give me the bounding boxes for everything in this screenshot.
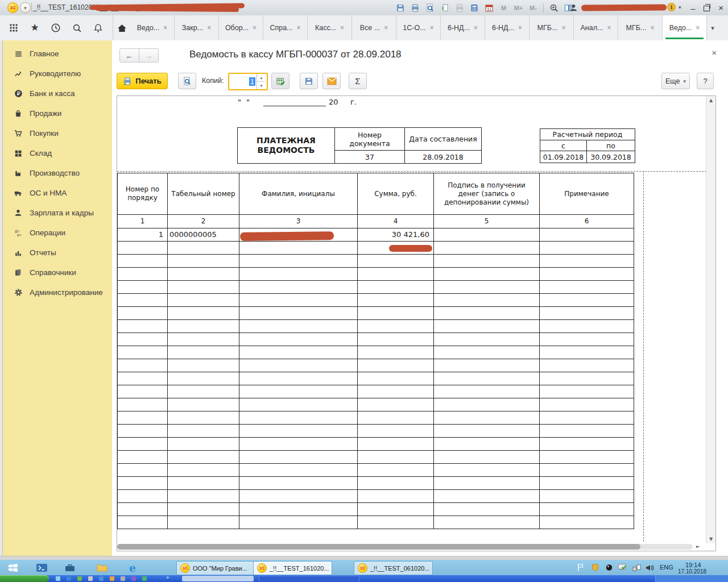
close-icon[interactable]: ×	[340, 24, 344, 32]
uac-shield-icon[interactable]	[590, 563, 600, 572]
sum-button[interactable]: Σ	[349, 73, 367, 89]
period-to-label-cell[interactable]: по	[587, 140, 635, 151]
info-button[interactable]: i ▾	[667, 2, 681, 12]
print-disabled-icon[interactable]	[454, 3, 464, 13]
note-cell[interactable]	[540, 228, 634, 242]
calculator-icon[interactable]	[469, 3, 479, 13]
step-up-button[interactable]: ▲	[257, 74, 266, 82]
preview-button[interactable]	[178, 73, 196, 89]
close-icon[interactable]: ×	[650, 24, 654, 32]
sidebar-item-spravochniki[interactable]: Справочники	[0, 263, 112, 282]
sidebar-item-pokupki[interactable]: Покупки	[0, 123, 112, 143]
quicklaunch-icon[interactable]	[77, 576, 82, 581]
back-button[interactable]: ←	[119, 48, 139, 63]
memory-m-minus-button[interactable]: M-	[528, 3, 538, 13]
network-icon[interactable]	[631, 563, 642, 572]
spreadsheet-area[interactable]: " " 20 г. ПЛАТЕЖНАЯ ВЕДОМОСТЬ Номер доку…	[117, 95, 716, 551]
horizontal-scrollbar[interactable]: ►	[117, 543, 706, 551]
period-to-cell[interactable]: 30.09.2018	[587, 151, 635, 163]
sheet-title-cell[interactable]: ПЛАТЕЖНАЯ ВЕДОМОСТЬ	[238, 128, 335, 164]
tab-zakrytie[interactable]: Закр...×	[175, 15, 219, 40]
quicklaunch-icon[interactable]	[110, 576, 114, 581]
print-button[interactable]: Печать	[117, 73, 168, 89]
doc-number-cell[interactable]: 37	[335, 151, 405, 164]
memory-m-button[interactable]: M	[499, 3, 508, 13]
action-center-flag-icon[interactable]	[576, 563, 586, 572]
clock-time[interactable]: 19:14	[685, 562, 701, 568]
tab-1c-o[interactable]: 1С-О...×	[396, 15, 441, 40]
close-icon[interactable]: ×	[297, 24, 301, 32]
language-indicator[interactable]: ENG	[660, 564, 673, 571]
sidebar-item-zarplata-i-kadry[interactable]: Зарплата и кадры	[0, 203, 112, 223]
close-icon[interactable]: ×	[163, 24, 167, 32]
period-from-label-cell[interactable]: с	[540, 140, 587, 151]
close-icon[interactable]: ×	[207, 24, 211, 32]
tab-6ndfl-2[interactable]: 6-НД...×	[485, 15, 530, 40]
tab-analiz[interactable]: Анал...×	[574, 15, 618, 40]
clock-date[interactable]: 17.10.2018	[678, 568, 706, 575]
history-icon[interactable]	[50, 22, 61, 34]
xp-start-button[interactable]	[0, 575, 49, 582]
scroll-down-arrow[interactable]: ▼	[706, 537, 715, 542]
col-amount-header[interactable]: Сумма, руб.	[358, 173, 434, 215]
send-email-button[interactable]	[322, 73, 341, 89]
home-tab[interactable]	[113, 15, 131, 40]
doc-date-label-cell[interactable]: Дата составления	[405, 128, 482, 151]
quicklaunch-icon[interactable]	[142, 576, 147, 581]
taskbar-button-mir-gravi[interactable]: 1С ООО "Мир Грави...	[176, 561, 255, 575]
col-note-header[interactable]: Примечание	[540, 173, 634, 215]
calendar-icon[interactable]: 31	[484, 3, 494, 13]
quicklaunch-icon[interactable]	[88, 576, 93, 581]
sidebar-item-glavnoe[interactable]: Главное	[0, 44, 112, 64]
tray-app-icon[interactable]	[604, 563, 614, 572]
powershell-icon[interactable]	[35, 562, 48, 573]
restore-button[interactable]	[704, 6, 710, 11]
close-icon[interactable]: ×	[253, 24, 257, 32]
edit-table-button[interactable]	[271, 73, 289, 89]
start-button[interactable]	[7, 562, 19, 573]
quicklaunch-icon[interactable]	[131, 576, 136, 581]
col-order-header[interactable]: Номер по порядку	[118, 173, 168, 215]
more-actions-button[interactable]: Еще ▾	[661, 73, 690, 89]
quicklaunch-icon[interactable]	[121, 576, 125, 581]
taskbar-button-test-161020[interactable]: 1С _!!__TEST_161020...	[253, 561, 332, 575]
close-window-button[interactable]: ×	[718, 3, 723, 13]
app-1c-icon[interactable]: 1С	[7, 2, 18, 13]
signature-cell[interactable]	[434, 228, 540, 242]
quicklaunch-icon[interactable]	[99, 576, 104, 581]
monitor-status-icon[interactable]	[617, 563, 627, 572]
doc-date-cell[interactable]: 28.09.2018	[405, 151, 482, 164]
notifications-bell-icon[interactable]	[92, 22, 104, 34]
current-user-button[interactable]	[569, 3, 667, 13]
copies-input[interactable]: 1	[229, 74, 257, 89]
close-icon[interactable]: ×	[518, 24, 522, 32]
zoom-icon[interactable]	[549, 3, 559, 13]
tab-overflow-button[interactable]: ▾	[705, 15, 720, 40]
doc-number-label-cell[interactable]: Номер документа	[335, 128, 405, 151]
close-form-button[interactable]: ×	[712, 48, 717, 57]
system-menu-button[interactable]: ▾	[20, 2, 31, 13]
tab-6ndfl-1[interactable]: 6-НД...×	[441, 15, 485, 40]
sidebar-item-rukovoditelyu[interactable]: Руководителю	[0, 64, 112, 84]
personnel-number-cell[interactable]: 0000000005	[168, 228, 239, 242]
step-down-button[interactable]: ▼	[257, 82, 266, 89]
xp-task-button-active[interactable]	[182, 576, 254, 581]
tab-vse[interactable]: Все ...×	[352, 15, 396, 40]
close-icon[interactable]: ×	[607, 24, 611, 32]
quicklaunch-overflow[interactable]: »	[166, 575, 169, 580]
close-icon[interactable]: ×	[696, 24, 700, 32]
period-title-cell[interactable]: Расчетный период	[540, 129, 635, 140]
close-icon[interactable]: ×	[384, 24, 388, 32]
tab-oborotka[interactable]: Обор...×	[219, 15, 263, 40]
print-icon[interactable]	[410, 3, 420, 13]
sidebar-item-operacii[interactable]: ДтКт Операции	[0, 223, 112, 243]
tab-vedomost-1[interactable]: Ведо...×	[130, 15, 175, 40]
tab-spravka[interactable]: Спра...×	[263, 15, 308, 40]
sidebar-item-bank-i-kassa[interactable]: Банк и касса	[0, 84, 112, 103]
scrollbar-thumb[interactable]	[117, 544, 640, 550]
quicklaunch-icon[interactable]	[67, 576, 71, 581]
col-name-header[interactable]: Фамилия, инициалы	[239, 173, 358, 215]
memory-m-plus-button[interactable]: M+	[514, 3, 523, 13]
print-preview-icon[interactable]	[425, 3, 435, 13]
close-icon[interactable]: ×	[474, 24, 478, 32]
